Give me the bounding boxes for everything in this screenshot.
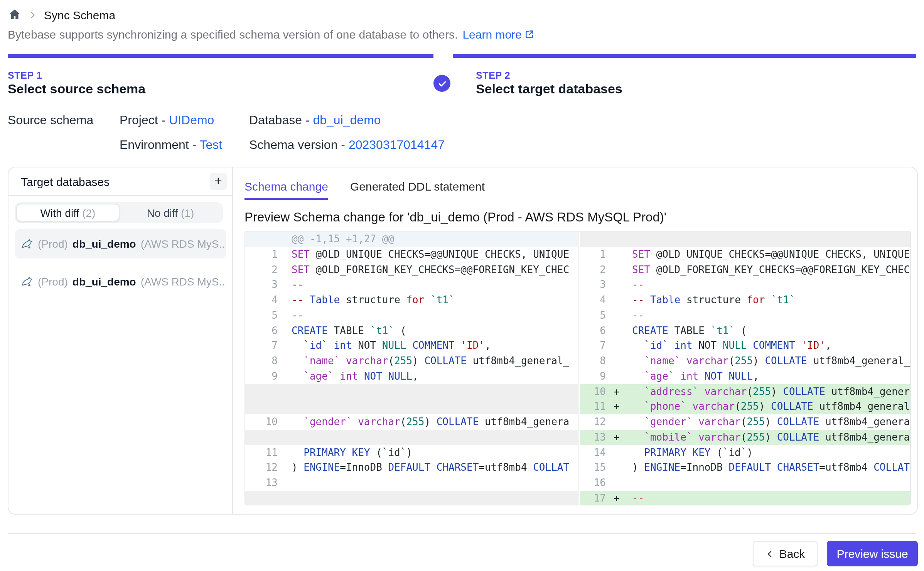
source-schema-version-field: Schema version - 20230317014147 (249, 138, 445, 152)
step1-label: STEP 1 (8, 70, 42, 81)
learn-more-link[interactable]: Learn more (462, 28, 535, 41)
line-number: 1 (580, 247, 611, 262)
source-environment-field: Environment - Test (120, 138, 222, 152)
breadcrumb-page-title: Sync Schema (44, 8, 115, 21)
diff-filter-tab-with-diff[interactable]: With diff (2) (16, 204, 120, 221)
step2-progress-bar (453, 54, 916, 57)
line-number: 4 (580, 292, 611, 308)
diff-line: 4-- Table structure for `t1` (580, 292, 910, 308)
code-text (285, 475, 578, 491)
line-number: 10 (245, 414, 285, 430)
diff-add-marker: + (611, 491, 625, 505)
target-databases-title: Target databases (21, 175, 110, 188)
code-text: CREATE TABLE `t1` ( (285, 323, 578, 338)
code-text: @@ -1,15 +1,27 @@ (285, 231, 578, 247)
target-databases-header: Target databases + (8, 167, 232, 196)
diff-add-marker (611, 475, 625, 491)
description-text: Bytebase supports synchronizing a specif… (8, 28, 458, 41)
line-number: 12 (245, 460, 285, 476)
line-number (245, 430, 285, 445)
diff-line: 13 (245, 475, 578, 491)
diff-add-marker (611, 323, 625, 338)
chevron-left-icon (766, 549, 775, 558)
diff-line: 10 `gender` varchar(255) COLLATE utf8mb4… (245, 414, 578, 430)
schema-version-link[interactable]: 20230317014147 (349, 138, 445, 151)
line-number (245, 231, 285, 247)
diff-filter-tab-no-diff[interactable]: No diff (1) (120, 204, 221, 221)
target-database-list: (Prod)db_ui_demo(AWS RDS MyS...(Prod)db_… (15, 229, 226, 305)
line-number: 11 (580, 399, 611, 415)
code-text (625, 475, 910, 491)
line-number: 7 (245, 338, 285, 354)
diff-line: 4-- Table structure for `t1` (245, 292, 578, 308)
code-text: -- (625, 308, 910, 323)
preview-issue-button[interactable]: Preview issue (827, 541, 918, 566)
diff-add-marker (611, 353, 625, 369)
diff-add-marker (611, 460, 625, 476)
code-text: `name` varchar(255) COLLATE utf8mb4_gene… (625, 353, 910, 369)
mysql-icon (21, 238, 33, 250)
add-target-database-button[interactable]: + (210, 173, 227, 190)
diff-line: 8 `name` varchar(255) COLLATE utf8mb4_ge… (580, 353, 910, 369)
line-number: 11 (245, 445, 285, 460)
project-link[interactable]: UIDemo (169, 113, 214, 127)
diff-line: 6CREATE TABLE `t1` ( (245, 323, 578, 338)
line-number: 9 (245, 369, 285, 384)
diff-add-marker (611, 247, 625, 262)
code-text (285, 384, 578, 399)
line-number: 13 (245, 475, 285, 491)
database-environment: (Prod) (38, 275, 68, 288)
source-project-field: Project - UIDemo (120, 113, 214, 127)
diff-spacer-row (245, 491, 578, 505)
code-text: -- Table structure for `t1` (285, 292, 578, 308)
code-text: -- Table structure for `t1` (625, 292, 910, 308)
diff-line: 2SET @OLD_FOREIGN_KEY_CHECKS=@@FOREIGN_K… (580, 262, 910, 277)
footer-divider (8, 533, 916, 534)
external-link-icon (525, 29, 535, 39)
database-link[interactable]: db_ui_demo (313, 113, 381, 127)
line-number (245, 384, 285, 399)
page-description: Bytebase supports synchronizing a specif… (8, 28, 535, 41)
code-text: `id` int NOT NULL COMMENT 'ID', (625, 338, 910, 354)
code-text: PRIMARY KEY (`id`) (285, 445, 578, 460)
database-name: db_ui_demo (73, 275, 136, 288)
database-instance: (AWS RDS MyS... (141, 238, 226, 250)
line-number: 8 (580, 353, 611, 369)
environment-link[interactable]: Test (200, 138, 223, 151)
back-button[interactable]: Back (753, 541, 818, 566)
schema-diff-editor[interactable]: @@ -1,15 +1,27 @@1SET @OLD_UNIQUE_CHECKS… (244, 231, 911, 505)
line-number: 14 (580, 445, 611, 460)
diff-add-marker (611, 262, 625, 277)
step2-title: Select target databases (476, 82, 622, 97)
target-database-item[interactable]: (Prod)db_ui_demo(AWS RDS MyS... (15, 229, 226, 258)
diff-add-marker (611, 277, 625, 293)
code-text (625, 231, 910, 247)
line-number: 9 (580, 369, 611, 384)
code-text: -- (285, 277, 578, 293)
code-text: `mobile` varchar(255) COLLATE utf8mb4_ge… (625, 430, 910, 445)
diff-line: 7 `id` int NOT NULL COMMENT 'ID', (245, 338, 578, 354)
target-database-item[interactable]: (Prod)db_ui_demo(AWS RDS MyS... (15, 267, 226, 296)
tab-schema-change[interactable]: Schema change (244, 180, 328, 200)
line-number: 3 (245, 277, 285, 293)
code-text (285, 430, 578, 445)
home-icon[interactable] (8, 8, 22, 22)
diff-line: 15) ENGINE=InnoDB DEFAULT CHARSET=utf8mb… (580, 460, 910, 476)
line-number: 16 (580, 475, 611, 491)
code-text: `gender` varchar(255) COLLATE utf8mb4_ge… (625, 414, 910, 430)
step2-label: STEP 2 (476, 70, 510, 81)
code-text: CREATE TABLE `t1` ( (625, 323, 910, 338)
step1-complete-icon (433, 75, 450, 92)
line-number: 1 (245, 247, 285, 262)
diff-line: 5-- (580, 308, 910, 323)
tab-generated-ddl-statement[interactable]: Generated DDL statement (350, 180, 485, 193)
step1-title: Select source schema (8, 82, 145, 97)
diff-line: 3-- (580, 277, 910, 293)
chevron-right-icon (29, 10, 37, 19)
code-text: `age` int NOT NULL, (285, 369, 578, 384)
diff-add-marker (611, 369, 625, 384)
line-number: 13 (580, 430, 611, 445)
diff-pane-target: 1SET @OLD_UNIQUE_CHECKS=@@UNIQUE_CHECKS,… (580, 231, 910, 505)
code-text: -- (285, 308, 578, 323)
diff-add-marker: + (611, 430, 625, 445)
